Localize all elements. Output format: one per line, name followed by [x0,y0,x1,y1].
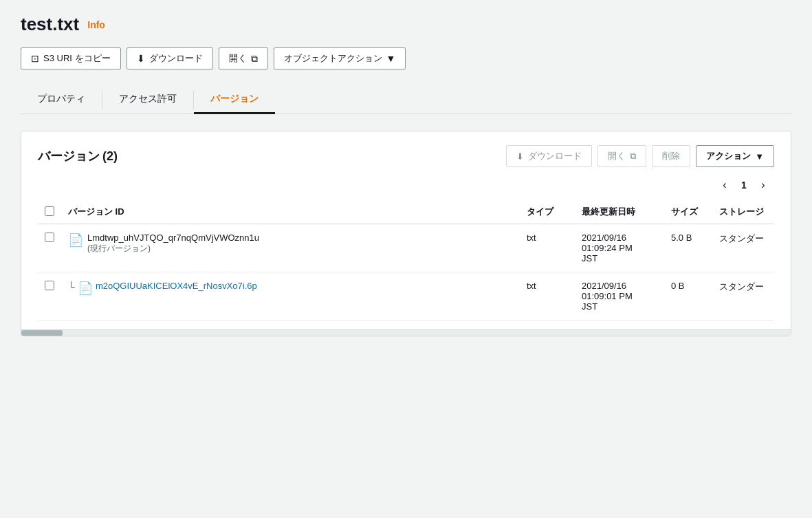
row2-size-cell: 0 B [664,272,712,321]
row1-storage-cell: スタンダー [712,224,774,272]
file-icon-row2: 📄 [78,281,93,296]
tab-access[interactable]: アクセス許可 [102,86,193,114]
download-icon: ⬇ [137,53,145,64]
versions-download-label: ダウンロード [528,150,582,162]
header-version-id: バージョン ID [61,200,520,224]
file-icon-row1: 📄 [68,233,83,248]
horizontal-scrollbar[interactable] [21,329,791,336]
row1-date-line3: JST [582,253,597,263]
copy-s3-uri-button[interactable]: ⊡ S3 URI をコピー [21,47,121,69]
page-title: test.txt [21,14,79,35]
row1-date-line1: 2021/09/16 [582,233,626,243]
row2-date-line2: 01:09:01 PM [582,291,633,301]
versions-actions: ⬇ ダウンロード 開く ⧉ 削除 アクション ▼ [506,145,774,167]
scrollbar-thumb [21,330,63,336]
page-container: test.txt Info ⊡ S3 URI をコピー ⬇ ダウンロード 開く … [0,0,812,518]
header-type: タイプ [520,200,575,224]
row1-size-cell: 5.0 B [664,224,712,272]
header-size: サイズ [664,200,712,224]
versions-table: バージョン ID タイプ 最終更新日時 サイズ ストレージ 📄 [38,200,774,321]
versions-actions-button[interactable]: アクション ▼ [696,145,774,167]
row2-version-id-cell: └ 📄 m2oQGIUUaKICElOX4vE_rNosvXo7i.6p [61,272,520,321]
scrollbar-track [21,330,791,336]
row1-checkbox[interactable] [45,233,54,242]
versions-title: バージョン (2) [38,148,118,164]
row1-date-cell: 2021/09/16 01:09:24 PM JST [575,224,664,272]
versions-delete-button: 削除 [652,145,690,167]
versions-count: (2) [102,149,118,163]
tabs-row: プロパティ アクセス許可 バージョン [21,86,791,114]
pagination: ‹ 1 › [38,175,774,195]
row2-checkbox[interactable] [45,281,54,290]
row1-checkbox-cell [38,224,61,272]
row2-date-line3: JST [582,301,597,312]
row1-id-wrapper: 📄 Lmdtwp_uhVJTQO_qr7nqQmVjVWOznn1u (現行バー… [68,233,513,255]
object-actions-label: オブジェクトアクション [284,52,382,65]
row1-type-cell: txt [520,224,575,272]
versions-panel: バージョン (2) ⬇ ダウンロード 開く ⧉ 削除 アクション ▼ [21,131,791,336]
page-title-row: test.txt Info [21,14,791,35]
versions-delete-label: 削除 [662,150,680,162]
external-link-icon-small: ⧉ [630,151,636,162]
table-row: 📄 Lmdtwp_uhVJTQO_qr7nqQmVjVWOznn1u (現行バー… [38,224,774,272]
row2-date-cell: 2021/09/16 01:09:01 PM JST [575,272,664,321]
info-badge[interactable]: Info [87,19,105,30]
row1-version-id-text: Lmdtwp_uhVJTQO_qr7nqQmVjVWOznn1u [87,233,259,243]
versions-download-button: ⬇ ダウンロード [506,145,592,167]
row1-version-id-cell: 📄 Lmdtwp_uhVJTQO_qr7nqQmVjVWOznn1u (現行バー… [61,224,520,272]
versions-header: バージョン (2) ⬇ ダウンロード 開く ⧉ 削除 アクション ▼ [38,145,774,167]
download-icon-small: ⬇ [516,151,524,162]
row2-version-id-link[interactable]: m2oQGIUUaKICElOX4vE_rNosvXo7i.6p [96,281,257,291]
copy-icon: ⊡ [31,53,39,64]
header-checkbox-col [38,200,61,224]
download-label: ダウンロード [149,52,203,65]
actions-chevron-icon: ▼ [755,151,764,162]
table-header-row: バージョン ID タイプ 最終更新日時 サイズ ストレージ [38,200,774,224]
download-button[interactable]: ⬇ ダウンロード [127,47,213,69]
row1-id-content: Lmdtwp_uhVJTQO_qr7nqQmVjVWOznn1u (現行バージョ… [87,233,259,255]
prev-page-button[interactable]: ‹ [715,175,734,195]
select-all-checkbox[interactable] [45,206,54,216]
row2-id-wrapper: └ 📄 m2oQGIUUaKICElOX4vE_rNosvXo7i.6p [68,281,513,296]
page-number: 1 [737,180,751,191]
tab-properties[interactable]: プロパティ [21,86,102,114]
open-button[interactable]: 開く ⧉ [219,47,268,69]
object-actions-button[interactable]: オブジェクトアクション ▼ [274,47,406,69]
chevron-down-icon: ▼ [386,53,396,64]
versions-open-label: 開く [608,150,626,162]
versions-actions-label: アクション [706,150,751,162]
row2-checkbox-cell [38,272,61,321]
table-row: └ 📄 m2oQGIUUaKICElOX4vE_rNosvXo7i.6p txt… [38,272,774,321]
row2-date-line1: 2021/09/16 [582,281,626,291]
versions-open-button: 開く ⧉ [597,145,646,167]
open-label: 開く [229,52,247,65]
row2-type-cell: txt [520,272,575,321]
tab-versions[interactable]: バージョン [194,86,275,114]
row1-date-line2: 01:09:24 PM [582,243,633,253]
external-link-icon: ⧉ [251,53,258,65]
nested-prefix-icon: └ [68,281,75,294]
next-page-button[interactable]: › [754,175,773,195]
row1-current-label: (現行バージョン) [87,243,259,255]
header-date: 最終更新日時 [575,200,664,224]
copy-s3-uri-label: S3 URI をコピー [43,52,111,65]
versions-title-text: バージョン [38,149,100,163]
toolbar: ⊡ S3 URI をコピー ⬇ ダウンロード 開く ⧉ オブジェクトアクション … [21,47,791,69]
row2-storage-cell: スタンダー [712,272,774,321]
header-storage: ストレージ [712,200,774,224]
